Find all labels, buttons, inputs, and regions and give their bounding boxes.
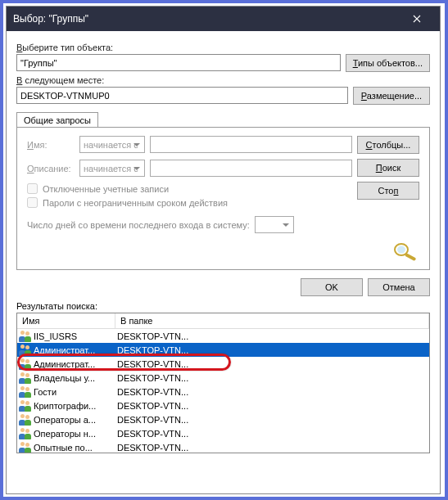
cell-folder: DESKTOP-VTN... <box>117 401 429 411</box>
group-icon <box>19 386 32 398</box>
tabset: Общие запросы Имя: начинается с Описание… <box>16 111 430 270</box>
cell-name: Администрат... <box>34 359 117 369</box>
cell-name: IIS_IUSRS <box>34 331 117 341</box>
cell-name: Операторы н... <box>34 429 117 439</box>
group-icon <box>19 345 32 356</box>
group-icon <box>19 358 32 370</box>
days-row: Число дней со времени последнего входа в… <box>27 216 352 233</box>
stop-button[interactable]: Стоп <box>357 182 419 200</box>
cell-folder: DESKTOP-VTN... <box>117 415 429 425</box>
col-folder[interactable]: В папке <box>115 313 429 328</box>
tab-panel: Имя: начинается с Описание: начинается с… <box>16 127 430 270</box>
cell-folder: DESKTOP-VTN... <box>117 373 429 383</box>
close-icon <box>413 15 421 23</box>
placement-button[interactable]: Размещение... <box>353 87 430 105</box>
name-input <box>150 136 352 153</box>
dialog-buttons: OK Отмена <box>16 278 430 296</box>
group-icon <box>19 442 32 453</box>
days-label: Число дней со времени последнего входа в… <box>27 220 250 230</box>
search-button[interactable]: Поиск <box>357 159 419 177</box>
cell-folder: DESKTOP-VTN... <box>117 443 429 453</box>
group-icon <box>19 372 32 384</box>
svg-point-2 <box>397 246 405 254</box>
desc-mode-combo: начинается с <box>79 160 145 177</box>
window-title: Выбор: "Группы" <box>13 13 88 25</box>
name-label: Имя: <box>27 140 75 150</box>
cell-name: Криптографи... <box>34 401 117 411</box>
unlimited-passwords-input <box>27 197 38 208</box>
table-row[interactable]: Операторы а...DESKTOP-VTN... <box>17 412 429 426</box>
table-row[interactable]: Криптографи...DESKTOP-VTN... <box>17 399 429 412</box>
cell-folder: DESKTOP-VTN... <box>117 429 429 439</box>
col-name[interactable]: Имя <box>17 313 115 328</box>
group-icon <box>19 400 32 412</box>
cell-folder: DESKTOP-VTN... <box>117 345 429 355</box>
dialog-window: Выбор: "Группы" Выберите тип объекта: "Г… <box>6 6 441 494</box>
cell-folder: DESKTOP-VTN... <box>117 359 429 369</box>
cell-name: Операторы а... <box>34 415 117 425</box>
cell-name: Гости <box>34 387 117 397</box>
cell-folder: DESKTOP-VTN... <box>117 331 429 341</box>
find-icon <box>390 241 419 261</box>
results-list: Имя В папке IIS_IUSRSDESKTOP-VTN...Админ… <box>16 313 430 453</box>
results-label: Результаты поиска: <box>16 301 430 311</box>
unlimited-passwords-checkbox: Пароли с неограниченным сроком действия <box>27 197 352 208</box>
table-row[interactable]: ГостиDESKTOP-VTN... <box>17 385 429 399</box>
cell-folder: DESKTOP-VTN... <box>117 387 429 397</box>
group-icon <box>19 331 32 342</box>
table-row[interactable]: Опытные по...DESKTOP-VTN... <box>17 440 429 453</box>
cell-name: Владельцы у... <box>34 373 117 383</box>
desc-label: Описание: <box>27 164 75 173</box>
table-row[interactable]: Владельцы у...DESKTOP-VTN... <box>17 371 429 385</box>
disabled-accounts-input <box>27 183 38 194</box>
days-combo <box>255 216 294 233</box>
tab-panel-left: Имя: начинается с Описание: начинается с… <box>27 136 352 261</box>
table-row[interactable]: Операторы н...DESKTOP-VTN... <box>17 426 429 440</box>
name-mode-combo: начинается с <box>79 136 145 153</box>
tab-common-queries[interactable]: Общие запросы <box>16 112 98 128</box>
desc-input <box>150 160 352 177</box>
group-icon <box>19 428 32 439</box>
disabled-accounts-checkbox: Отключенные учетные записи <box>27 183 352 194</box>
columns-button[interactable]: Столбцы... <box>357 136 419 154</box>
close-button[interactable] <box>400 7 433 31</box>
object-type-field[interactable]: "Группы" <box>16 54 341 71</box>
cell-name: Администрат... <box>34 345 117 355</box>
cancel-button[interactable]: Отмена <box>368 278 430 296</box>
results-header: Имя В папке <box>17 313 429 329</box>
table-row[interactable]: Администрат...DESKTOP-VTN... <box>17 343 429 357</box>
results-scroll[interactable]: Имя В папке IIS_IUSRSDESKTOP-VTN...Админ… <box>17 313 429 453</box>
tab-panel-right: Столбцы... Поиск Стоп <box>352 136 419 261</box>
table-row[interactable]: Администрат...DESKTOP-VTN... <box>17 357 429 371</box>
group-icon <box>19 414 32 426</box>
object-type-label: Выберите тип объекта: <box>16 43 430 52</box>
svg-rect-1 <box>405 253 416 261</box>
object-types-button[interactable]: Типы объектов... <box>346 54 430 72</box>
ok-button[interactable]: OK <box>301 278 363 296</box>
location-label: В следующем месте: <box>16 75 430 85</box>
location-field[interactable]: DESKTOP-VTNMUP0 <box>16 87 348 104</box>
cell-name: Опытные по... <box>34 443 117 453</box>
titlebar[interactable]: Выбор: "Группы" <box>7 7 440 31</box>
table-row[interactable]: IIS_IUSRSDESKTOP-VTN... <box>17 329 429 343</box>
dialog-body: Выберите тип объекта: "Группы" Типы объе… <box>7 31 440 458</box>
